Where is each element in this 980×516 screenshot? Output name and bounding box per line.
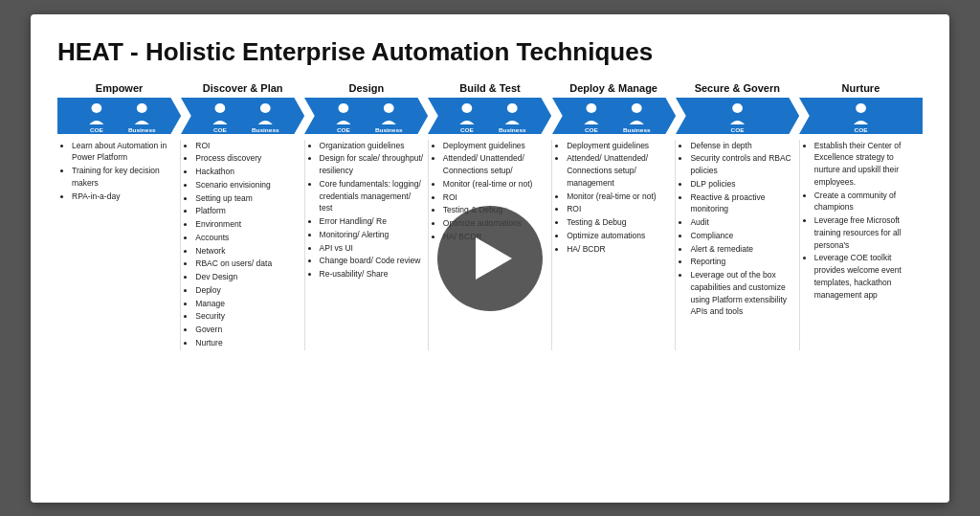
svg-text:COE: COE bbox=[90, 126, 103, 133]
phase-label-5: Secure & Govern bbox=[695, 82, 780, 94]
list-item: Leverage free Microsoft training resourc… bbox=[814, 214, 919, 251]
phase-banner-0: EmpowerCOEBusiness bbox=[57, 82, 181, 134]
phases-banner-row: EmpowerCOEBusinessDiscover & PlanCOEBusi… bbox=[57, 82, 923, 134]
list-item: Monitoring/ Alerting bbox=[320, 229, 424, 241]
list-item: Deployment guidelines bbox=[443, 140, 547, 152]
list-item: Audit bbox=[690, 216, 794, 229]
list-item: Testing & Debug bbox=[567, 216, 671, 229]
play-button[interactable] bbox=[437, 206, 543, 311]
list-item: Re-usability/ Share bbox=[320, 268, 424, 280]
phase-label-2: Design bbox=[349, 82, 385, 94]
svg-point-21 bbox=[586, 103, 596, 113]
svg-text:Business: Business bbox=[252, 126, 279, 133]
list-item: Attended/ Unattended/ Connections setup/ bbox=[443, 152, 547, 177]
phase-label-0: Empower bbox=[96, 82, 144, 94]
list-item: Defense in depth bbox=[690, 140, 794, 152]
list-item: Scenario envisioning bbox=[195, 179, 300, 191]
list-item: Attended/ Unattended/ Connections setup/… bbox=[567, 152, 671, 189]
list-item: Network bbox=[195, 245, 300, 258]
list-item: Security controls and RBAC policies bbox=[690, 152, 794, 177]
svg-point-26 bbox=[732, 103, 743, 113]
list-item: API vs UI bbox=[320, 242, 424, 255]
list-item: Learn about Automation in Power Platform bbox=[72, 140, 176, 165]
svg-text:Business: Business bbox=[622, 126, 650, 133]
list-item: HA/ BCDR bbox=[567, 243, 671, 256]
svg-marker-20 bbox=[552, 98, 676, 134]
list-item: Deployment guidelines bbox=[567, 140, 671, 152]
main-title: HEAT - Holistic Enterprise Automation Te… bbox=[57, 37, 923, 67]
list-item: Security bbox=[195, 310, 300, 323]
svg-point-13 bbox=[384, 103, 394, 113]
list-item: Reactive & proactive monitoring bbox=[690, 191, 794, 216]
list-item: Establish their Center of Excellence str… bbox=[814, 140, 919, 189]
list-item: Core fundamentals: logging/ credentials … bbox=[320, 178, 424, 214]
phase-label-3: Build & Test bbox=[459, 82, 520, 94]
phase-banner-2: DesignCOEBusiness bbox=[304, 82, 428, 134]
list-item: Hackathon bbox=[195, 166, 300, 178]
list-item: Create a community of champions bbox=[814, 190, 919, 214]
content-col-5: Defense in depthSecurity controls and RB… bbox=[676, 140, 799, 350]
list-item: Alert & remediate bbox=[690, 243, 794, 256]
svg-text:Business: Business bbox=[128, 126, 156, 133]
svg-text:COE: COE bbox=[337, 126, 350, 133]
phase-banner-4: Deploy & ManageCOEBusiness bbox=[552, 82, 676, 134]
slide-container: HEAT - Holistic Enterprise Automation Te… bbox=[31, 14, 949, 503]
list-item: Govern bbox=[195, 324, 300, 336]
svg-point-3 bbox=[137, 103, 147, 113]
svg-point-1 bbox=[92, 103, 102, 113]
svg-point-18 bbox=[507, 103, 518, 113]
svg-point-8 bbox=[260, 103, 271, 113]
list-item: Optimize automations bbox=[567, 230, 671, 242]
list-item: Training for key decision makers bbox=[72, 165, 176, 190]
list-item: Change board/ Code review bbox=[320, 255, 424, 267]
list-item: Error Handling/ Re bbox=[320, 215, 424, 228]
content-col-1: ROIProcess discoveryHackathonScenario en… bbox=[181, 140, 304, 350]
svg-text:Business: Business bbox=[499, 126, 526, 133]
svg-marker-15 bbox=[428, 98, 551, 134]
list-item: Environment bbox=[195, 218, 300, 231]
list-item: Leverage COE toolkit provides welcome ev… bbox=[814, 252, 919, 301]
list-item: ROI bbox=[195, 140, 300, 152]
svg-marker-0 bbox=[57, 98, 181, 134]
list-item: RBAC on users/ data bbox=[195, 258, 300, 270]
list-item: Design for scale/ throughput/ resiliency bbox=[320, 152, 424, 177]
list-item: Deploy bbox=[195, 284, 300, 297]
content-col-6: Establish their Center of Excellence str… bbox=[800, 140, 923, 350]
list-item: DLP policies bbox=[690, 178, 794, 191]
list-item: Process discovery bbox=[195, 152, 300, 165]
list-item: RPA-in-a-day bbox=[72, 191, 176, 203]
list-item: ROI bbox=[567, 203, 671, 215]
svg-text:COE: COE bbox=[730, 126, 744, 133]
svg-marker-10 bbox=[304, 98, 428, 134]
list-item: Compliance bbox=[690, 230, 794, 242]
list-item: Leverage out of the box capabilities and… bbox=[690, 269, 794, 318]
phase-label-4: Deploy & Manage bbox=[569, 82, 657, 94]
svg-point-6 bbox=[215, 103, 226, 113]
list-item: Monitor (real-time or not) bbox=[567, 191, 671, 203]
svg-point-23 bbox=[631, 103, 641, 113]
list-item: Dev Design bbox=[195, 271, 300, 283]
svg-point-11 bbox=[339, 103, 349, 113]
list-item: Nurture bbox=[195, 337, 300, 349]
list-item: Platform bbox=[195, 205, 300, 217]
svg-text:COE: COE bbox=[584, 126, 597, 133]
svg-text:Business: Business bbox=[375, 126, 403, 133]
list-item: Accounts bbox=[195, 232, 300, 244]
content-col-2: Organization guidelinesDesign for scale/… bbox=[305, 140, 429, 350]
content-col-0: Learn about Automation in Power Platform… bbox=[57, 140, 181, 350]
phase-label-1: Discover & Plan bbox=[203, 82, 283, 94]
play-icon bbox=[476, 237, 512, 280]
svg-point-16 bbox=[462, 103, 473, 113]
list-item: Setting up team bbox=[195, 192, 300, 205]
list-item: Manage bbox=[195, 298, 300, 310]
phase-banner-3: Build & TestCOEBusiness bbox=[428, 82, 551, 134]
svg-text:COE: COE bbox=[460, 126, 474, 133]
content-col-4: Deployment guidelinesAttended/ Unattende… bbox=[552, 140, 676, 350]
list-item: Reporting bbox=[690, 256, 794, 268]
phase-label-6: Nurture bbox=[842, 82, 880, 94]
svg-marker-5 bbox=[181, 98, 304, 134]
list-item: Organization guidelines bbox=[320, 140, 424, 152]
phase-banner-5: Secure & GovernCOE bbox=[676, 82, 799, 134]
phase-banner-1: Discover & PlanCOEBusiness bbox=[181, 82, 304, 134]
phase-banner-6: NurtureCOE bbox=[799, 82, 923, 134]
